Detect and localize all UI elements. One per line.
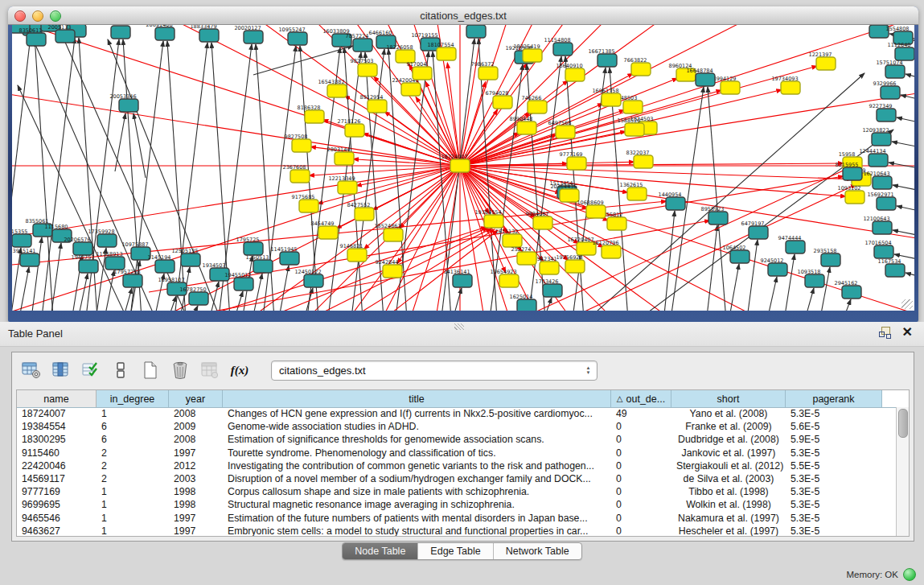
cell-year[interactable]: 1998 [169,486,223,497]
graph-node[interactable] [768,263,787,276]
graph-node[interactable] [335,152,354,165]
graph-node[interactable] [292,139,311,152]
new-document-icon[interactable] [139,359,162,381]
cell-name[interactable]: 18724007 [17,408,97,419]
table-columns-icon[interactable] [50,359,72,381]
table-row[interactable]: 1456911722003Disruption of a novel membe… [17,472,897,485]
graph-node[interactable] [358,64,377,76]
cell-name[interactable]: 9699695 [17,499,97,510]
cell-in_degree[interactable]: 6 [97,421,169,432]
graph-node[interactable] [602,245,621,258]
graph-node[interactable] [493,96,512,109]
graph-node[interactable] [244,242,263,255]
graph-node[interactable] [872,133,891,146]
graph-node[interactable] [696,73,715,86]
table-row[interactable]: 969969511998Structural magnetic resonanc… [17,498,897,511]
graph-node[interactable] [253,260,273,273]
graph-node[interactable] [553,43,573,56]
graph-node[interactable] [627,187,647,200]
graph-node[interactable] [345,124,364,137]
graph-node[interactable] [869,154,888,167]
graph-node[interactable] [199,29,219,42]
cell-out_degree[interactable]: 49 [611,408,671,419]
graph-node[interactable] [877,109,896,122]
column-header-in_degree[interactable]: in_degree [97,390,169,407]
graph-node[interactable] [299,200,318,212]
table-row[interactable]: 1938455462009Genome-wide association stu… [17,420,897,433]
graph-node[interactable] [540,262,559,274]
cell-name[interactable]: 9465546 [17,513,97,524]
graph-node[interactable] [305,110,324,123]
graph-node[interactable] [119,99,138,112]
cell-out_degree[interactable]: 0 [611,513,671,524]
cell-pagerank[interactable]: 5.3E-5 [786,486,882,497]
cell-year[interactable]: 2009 [169,421,223,432]
cell-in_degree[interactable]: 6 [97,434,169,445]
graph-node[interactable] [873,221,892,234]
graph-node[interactable] [517,122,536,134]
graph-node[interactable] [556,126,575,138]
graph-node[interactable] [290,170,310,183]
tab-network-table[interactable]: Network Table [493,543,581,559]
table-row[interactable]: 911546021997Tourette syndrome. Phenomeno… [17,447,897,459]
cell-pagerank[interactable]: 5.3E-5 [786,408,882,419]
graph-node[interactable] [895,47,914,60]
cell-name[interactable]: 9115460 [17,447,97,459]
cell-short[interactable]: Tibbo et al. (1998) [671,486,786,497]
cell-short[interactable]: Jankovic et al. (1997) [671,447,786,459]
graph-node[interactable] [20,253,39,266]
cell-in_degree[interactable]: 1 [97,525,169,536]
graph-node[interactable] [401,83,421,96]
cell-short[interactable]: Franke et al. (2009) [671,421,786,432]
cell-title[interactable]: Investigating the contribution of common… [223,460,611,472]
graph-node[interactable] [327,84,347,97]
cell-pagerank[interactable]: 5.3E-5 [786,447,882,459]
graph-node[interactable] [234,278,253,290]
cell-out_degree[interactable]: 0 [611,460,671,472]
graph-node[interactable] [821,253,840,266]
cell-title[interactable]: Estimation of significance thresholds fo… [223,434,611,445]
cell-out_degree[interactable]: 0 [611,473,671,484]
cell-out_degree[interactable]: 0 [611,421,671,432]
table-settings-icon[interactable] [20,359,43,381]
table-row[interactable]: 1830029562008Estimation of significance … [17,433,897,446]
graph-node[interactable] [625,123,644,136]
cell-name[interactable]: 9463627 [17,525,97,536]
cell-pagerank[interactable]: 5.3E-5 [786,499,882,510]
graph-node[interactable] [383,265,402,278]
graph-node[interactable] [602,93,621,106]
close-window-button[interactable] [14,10,26,22]
delete-icon[interactable] [169,359,191,381]
cell-short[interactable]: Nakamura et al. (1997) [671,513,786,524]
graph-node[interactable] [749,226,768,239]
cell-name[interactable]: 22420046 [17,460,97,472]
table-row[interactable]: 977716911998Corpus callosum shape and si… [17,485,897,498]
graph-node[interactable] [111,26,130,39]
cell-out_degree[interactable]: 0 [611,499,671,510]
cell-title[interactable]: Tourette syndrome. Phenomenology and cla… [223,447,611,459]
graph-node[interactable] [781,81,800,94]
column-header-year[interactable]: year [169,390,223,407]
graph-node[interactable] [503,234,522,247]
cell-title[interactable]: Disruption of a novel member of a sodium… [223,473,611,484]
graph-node[interactable] [499,274,519,287]
graph-node[interactable] [845,191,864,204]
graph-node[interactable] [450,159,470,172]
cell-in_degree[interactable]: 1 [97,408,169,419]
cell-short[interactable]: de Silva et al. (2003) [671,473,786,484]
graph-node[interactable] [586,205,606,218]
graph-node[interactable] [786,241,805,253]
graph-node[interactable] [598,54,617,67]
cell-title[interactable]: Genome-wide association studies in ADHD. [223,421,611,432]
minimize-window-button[interactable] [32,10,43,22]
graph-node[interactable] [181,253,200,266]
graph-node[interactable] [73,242,92,255]
cell-short[interactable]: Stergiakouli et al. (2012) [671,460,786,472]
graph-node[interactable] [885,65,905,78]
graph-node[interactable] [708,212,728,225]
close-icon[interactable]: ✕ [902,327,913,338]
graph-node[interactable] [623,101,643,113]
graph-node[interactable] [730,250,749,263]
graph-node[interactable] [413,67,432,80]
graph-node[interactable] [55,30,75,43]
